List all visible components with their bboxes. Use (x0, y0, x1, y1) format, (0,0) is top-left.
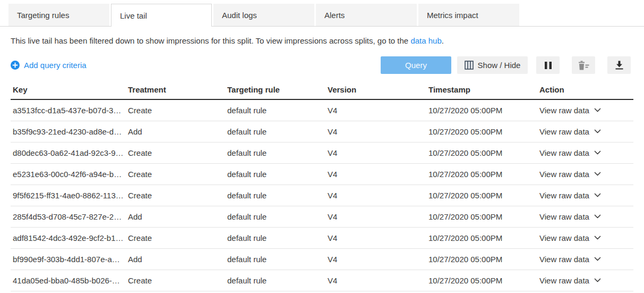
tab-alerts[interactable]: Alerts (316, 4, 417, 26)
view-raw-data-label: View raw data (539, 106, 589, 115)
impression-version: V4 (325, 212, 426, 221)
view-raw-data-label: View raw data (539, 276, 589, 285)
live-tail-notice: This live tail has been filtered down to… (11, 36, 633, 46)
view-raw-data-button[interactable]: View raw data (539, 148, 601, 157)
tab-audit-logs[interactable]: Audit logs (213, 4, 314, 26)
view-raw-data-button[interactable]: View raw data (539, 170, 601, 179)
impression-key: a3513fcc-d1a5-437e-b07d-3… (11, 106, 126, 115)
download-icon (615, 61, 624, 70)
query-button[interactable]: Query (381, 56, 451, 74)
chevron-down-icon (594, 236, 601, 240)
table-row: e5231e63-00c0-42f6-a94e-b… Create defaul… (11, 164, 633, 185)
table-row: bf990e9f-303b-4dd1-807e-a… Add default r… (11, 249, 633, 270)
tab-targeting-rules[interactable]: Targeting rules (8, 4, 109, 26)
trash-clear-icon (578, 61, 589, 70)
notice-text: This live tail has been filtered down to… (11, 36, 410, 45)
view-raw-data-label: View raw data (539, 191, 589, 200)
add-query-criteria-label: Add query criteria (24, 61, 87, 70)
impression-timestamp: 10/27/2020 05:00PM (426, 148, 537, 157)
table-row: 41da05ed-bba0-485b-b026-… Create default… (11, 270, 633, 291)
impression-treatment: Create (126, 148, 225, 157)
impression-version: V4 (325, 255, 426, 264)
impression-key: 285f4d53-d708-45c7-827e-2… (11, 212, 126, 221)
chevron-down-icon (594, 278, 601, 283)
view-raw-data-label: View raw data (539, 170, 589, 179)
impression-version: V4 (325, 106, 426, 115)
show-hide-label: Show / Hide (478, 61, 521, 70)
view-raw-data-button[interactable]: View raw data (539, 255, 601, 264)
table-row: 285f4d53-d708-45c7-827e-2… Add default r… (11, 206, 633, 228)
impression-key: adf81542-4dc3-492e-9cf2-b1… (11, 233, 126, 242)
impression-timestamp: 10/27/2020 05:00PM (426, 276, 537, 285)
table-row: b35f9c93-21ed-4230-ad8e-d… Add default r… (11, 121, 633, 143)
chevron-down-icon (594, 150, 601, 155)
table-row: adf81542-4dc3-492e-9cf2-b1… Create defau… (11, 228, 633, 249)
impression-targeting-rule: default rule (225, 170, 325, 179)
view-raw-data-label: View raw data (539, 148, 589, 157)
impression-targeting-rule: default rule (225, 255, 325, 264)
impression-targeting-rule: default rule (225, 191, 325, 200)
impression-timestamp: 10/27/2020 05:00PM (426, 127, 537, 136)
column-header-version: Version (325, 85, 426, 94)
impression-timestamp: 10/27/2020 05:00PM (426, 170, 537, 179)
impression-timestamp: 10/27/2020 05:00PM (426, 233, 537, 242)
impression-treatment: Create (126, 106, 225, 115)
impression-version: V4 (325, 170, 426, 179)
add-query-criteria-button[interactable]: Add query criteria (11, 61, 87, 70)
impression-version: V4 (325, 148, 426, 157)
impression-treatment: Add (126, 212, 225, 221)
columns-icon (465, 61, 474, 70)
impression-key: d80dec63-0a62-41ad-92c3-9… (11, 148, 126, 157)
column-header-action: Action (537, 85, 633, 94)
impression-timestamp: 10/27/2020 05:00PM (426, 106, 537, 115)
view-raw-data-button[interactable]: View raw data (539, 106, 601, 115)
table-row: 9f5f6215-ff31-4ae0-8862-113… Create defa… (11, 185, 633, 206)
column-header-timestamp: Timestamp (426, 85, 537, 94)
column-header-key: Key (11, 85, 126, 94)
impression-key: 9f5f6215-ff31-4ae0-8862-113… (11, 191, 126, 200)
chevron-down-icon (594, 108, 601, 113)
show-hide-columns-button[interactable]: Show / Hide (457, 56, 528, 74)
impression-key: b35f9c93-21ed-4230-ad8e-d… (11, 127, 126, 136)
impression-targeting-rule: default rule (225, 212, 325, 221)
impression-timestamp: 10/27/2020 05:00PM (426, 255, 537, 264)
view-raw-data-button[interactable]: View raw data (539, 212, 601, 221)
column-header-treatment: Treatment (126, 85, 225, 94)
tab-metrics-impact[interactable]: Metrics impact (418, 4, 519, 26)
impression-key: 41da05ed-bba0-485b-b026-… (11, 276, 126, 285)
chevron-down-icon (594, 193, 601, 198)
impression-targeting-rule: default rule (225, 148, 325, 157)
impression-key: e5231e63-00c0-42f6-a94e-b… (11, 170, 126, 179)
chevron-down-icon (594, 214, 601, 219)
impression-targeting-rule: default rule (225, 233, 325, 242)
download-button[interactable] (607, 56, 631, 74)
tab-bar: Targeting rules Live tail Audit logs Ale… (0, 0, 644, 27)
chevron-down-icon (594, 257, 601, 262)
impression-treatment: Create (126, 276, 225, 285)
impression-key: bf990e9f-303b-4dd1-807e-a… (11, 255, 126, 264)
impression-version: V4 (325, 127, 426, 136)
notice-suffix: . (442, 36, 444, 45)
impression-version: V4 (325, 191, 426, 200)
chevron-down-icon (594, 172, 601, 177)
view-raw-data-button[interactable]: View raw data (539, 233, 601, 242)
impression-treatment: Add (126, 127, 225, 136)
impression-treatment: Create (126, 191, 225, 200)
clear-log-button[interactable] (572, 56, 595, 74)
view-raw-data-label: View raw data (539, 233, 589, 242)
view-raw-data-label: View raw data (539, 127, 589, 136)
impressions-table: Key Treatment Targeting rule Version Tim… (11, 80, 633, 291)
table-row: d80dec63-0a62-41ad-92c3-9… Create defaul… (11, 143, 633, 164)
view-raw-data-button[interactable]: View raw data (539, 191, 601, 200)
view-raw-data-button[interactable]: View raw data (539, 276, 601, 285)
tab-live-tail[interactable]: Live tail (111, 4, 212, 27)
view-raw-data-label: View raw data (539, 255, 589, 264)
view-raw-data-button[interactable]: View raw data (539, 127, 601, 136)
column-header-targeting-rule: Targeting rule (225, 85, 325, 94)
plus-circle-icon (11, 61, 20, 70)
chevron-down-icon (594, 129, 601, 134)
pause-button[interactable] (536, 56, 560, 74)
data-hub-link[interactable]: data hub (410, 36, 441, 45)
impression-treatment: Create (126, 233, 225, 242)
impression-targeting-rule: default rule (225, 106, 325, 115)
